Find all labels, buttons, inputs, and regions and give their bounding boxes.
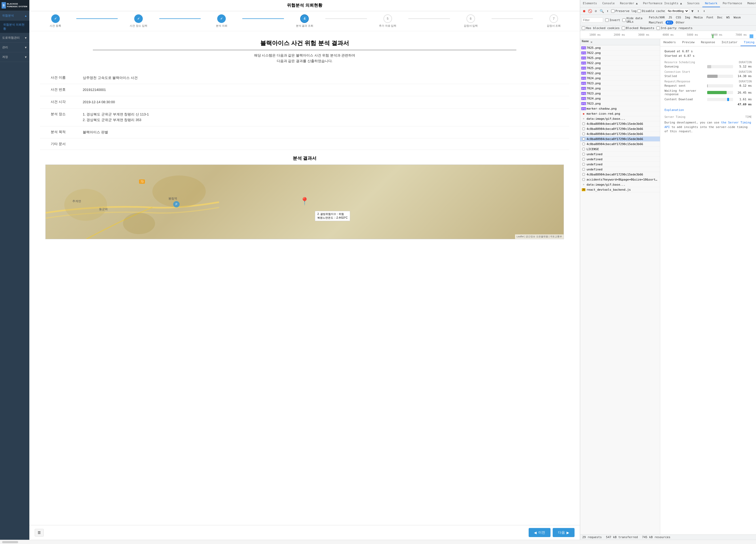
- item-checkbox-5[interactable]: [582, 143, 585, 145]
- tab-recorder[interactable]: Recorder ▲: [617, 0, 640, 7]
- step-7[interactable]: 7 감정서 조회: [533, 14, 575, 28]
- invert-input[interactable]: [605, 18, 609, 22]
- item-checkbox-2[interactable]: [582, 128, 585, 130]
- record-btn[interactable]: ⏺: [582, 9, 587, 13]
- filter-toggle-btn[interactable]: ⊘: [593, 9, 598, 13]
- disable-cache-checkbox[interactable]: Disable cache: [638, 9, 665, 13]
- step-4[interactable]: 4 분석 결과 조회: [284, 14, 326, 28]
- item-checkbox-4[interactable]: [582, 138, 585, 140]
- network-item-7025-1[interactable]: png 7025.png: [580, 45, 660, 50]
- network-item-hash-5[interactable]: 4c8ba88984cbeca0f17290c15ede3b66: [580, 142, 660, 147]
- tab-perf-insights[interactable]: Performance Insights ▲: [640, 0, 685, 7]
- step-2[interactable]: ✓ 사건 장소 입력: [118, 14, 159, 28]
- sidebar-item-threat-request[interactable]: 위협분석 의뢰현황: [0, 21, 29, 33]
- hide-data-urls-checkbox[interactable]: Hide data URLs: [622, 17, 646, 23]
- explanation-link[interactable]: Explanation: [664, 108, 752, 112]
- item-checkbox-u2[interactable]: [582, 158, 585, 161]
- scrollbar-thumb[interactable]: [2, 541, 18, 543]
- tab-sources[interactable]: Sources: [684, 0, 702, 7]
- third-party-checkbox[interactable]: 3rd-party requests: [656, 26, 692, 30]
- prev-button[interactable]: ◀ 이전: [529, 528, 551, 537]
- network-item-hash-1[interactable]: 4c8ba88984cbeca0f17290c15ede3b66: [580, 121, 660, 126]
- blocked-cookies-checkbox[interactable]: Has blocked cookies: [582, 26, 620, 30]
- hide-data-urls-input[interactable]: [622, 18, 626, 22]
- network-item-hash-4-selected[interactable]: 4c8ba88984cbeca0f17290c15ede3b66: [580, 137, 660, 142]
- sidebar-item-road-risk[interactable]: 도로위험관리 ▼: [0, 33, 29, 43]
- import-export-btn[interactable]: ⬆: [605, 9, 610, 13]
- filter-tag-font[interactable]: Font: [705, 15, 715, 19]
- filter-tag-wasm[interactable]: Wasm: [732, 15, 742, 19]
- network-item-data-gif-1[interactable]: ≡ data:image/gif;base...: [580, 116, 660, 121]
- network-item-undefined-2[interactable]: undefined: [580, 157, 660, 162]
- throttle-settings-btn[interactable]: ▼: [690, 9, 695, 13]
- filter-tag-img[interactable]: Img: [683, 15, 691, 19]
- tab-headers[interactable]: Headers: [660, 39, 679, 46]
- tab-memory[interactable]: Memory: [745, 0, 756, 7]
- filter-tag-doc[interactable]: Doc: [716, 15, 724, 19]
- item-checkbox-u1[interactable]: [582, 153, 585, 156]
- clear-btn[interactable]: 🚫: [588, 9, 592, 13]
- network-item-undefined-1[interactable]: undefined: [580, 152, 660, 157]
- filter-tag-manifest[interactable]: Manifest: [648, 21, 664, 25]
- filter-tag-css[interactable]: CSS: [674, 15, 682, 19]
- tab-performance[interactable]: Performance: [720, 0, 745, 7]
- download-btn[interactable]: ⬇: [702, 9, 707, 13]
- third-party-input[interactable]: [656, 26, 660, 30]
- network-item-accidents[interactable]: accidents?keyword=8&page=0&size=10&sort=…: [580, 177, 660, 182]
- filter-tag-js[interactable]: JS: [667, 15, 673, 19]
- blocked-requests-input[interactable]: [622, 26, 625, 30]
- network-item-7024-1[interactable]: png 7024.png: [580, 76, 660, 81]
- network-item-7025-3[interactable]: png 7025.png: [580, 66, 660, 71]
- menu-button[interactable]: ☰: [35, 529, 44, 537]
- upload-btn[interactable]: ⬆: [696, 9, 701, 13]
- bottom-scrollbar[interactable]: [0, 540, 756, 544]
- network-item-7024-2[interactable]: png 7024.png: [580, 86, 660, 91]
- network-item-undefined-4[interactable]: undefined: [580, 167, 660, 172]
- sidebar-item-manage[interactable]: 관리 ▼: [0, 43, 29, 52]
- item-checkbox-acc[interactable]: [582, 178, 585, 181]
- item-checkbox-u3[interactable]: [582, 163, 585, 166]
- network-item-7022-3[interactable]: png 7022.png: [580, 71, 660, 76]
- next-button[interactable]: 다음 ▶: [553, 528, 575, 537]
- step-6[interactable]: 6 감정서 입력: [450, 14, 492, 28]
- tab-console[interactable]: Console: [600, 0, 617, 7]
- filter-tag-other[interactable]: Other: [674, 21, 686, 25]
- network-item-7022-2[interactable]: png 7022.png: [580, 61, 660, 66]
- network-item-7023-1[interactable]: png 7023.png: [580, 81, 660, 86]
- preserve-log-input[interactable]: [611, 9, 615, 13]
- item-checkbox-6[interactable]: [582, 173, 585, 176]
- network-item-hash-6[interactable]: 4c8ba88984cbeca0f17290c15ede3b66: [580, 172, 660, 177]
- step-5[interactable]: 5 추가 자료 입력: [367, 14, 409, 28]
- tab-preview[interactable]: Preview: [679, 39, 698, 46]
- disable-cache-input[interactable]: [638, 9, 641, 13]
- step-1[interactable]: ✓ 사건 등록: [35, 14, 76, 28]
- network-item-marker-red[interactable]: ● marker-icon-red.png: [580, 111, 660, 116]
- item-checkbox-3[interactable]: [582, 133, 585, 135]
- network-item-data-gif-2[interactable]: ≡ data:image/gif;base...: [580, 182, 660, 187]
- network-item-hash-2[interactable]: 4c8ba88984cbeca0f17290c15ede3b66: [580, 126, 660, 132]
- filter-tag-ws[interactable]: WS: [725, 15, 731, 19]
- network-item-undefined-3[interactable]: undefined: [580, 162, 660, 167]
- step-3[interactable]: ✓ 분석 의뢰: [201, 14, 242, 28]
- network-item-7022-1[interactable]: png 7022.png: [580, 50, 660, 56]
- map-container[interactable]: 동군위 봉림역 추계면 73 P 📍 2. 결빙위험지수 : 위험: [45, 165, 564, 239]
- filter-input[interactable]: [582, 18, 603, 22]
- network-item-7024-3[interactable]: png 7024.png: [580, 96, 660, 101]
- item-checkbox-u4[interactable]: [582, 168, 585, 171]
- network-item-7023-2[interactable]: png 7023.png: [580, 91, 660, 96]
- filter-tag-fetch-xhr[interactable]: Fetch/XHR: [648, 15, 666, 19]
- tab-elements[interactable]: Elements: [580, 0, 600, 7]
- network-item-marker-shadow[interactable]: png marker-shadow.png: [580, 106, 660, 111]
- sidebar-item-account[interactable]: 계정 ▼: [0, 52, 29, 62]
- tab-timing[interactable]: Timing: [741, 39, 756, 46]
- network-item-license[interactable]: LICENSE: [580, 147, 660, 152]
- tab-network[interactable]: Network: [702, 0, 720, 7]
- network-item-7025-2[interactable]: png 7025.png: [580, 56, 660, 61]
- filter-tag-all[interactable]: All: [666, 21, 674, 25]
- filter-tag-media[interactable]: Media: [692, 15, 704, 19]
- item-checkbox-license[interactable]: [582, 148, 585, 150]
- invert-checkbox[interactable]: Invert: [605, 18, 620, 22]
- network-item-react-devtools[interactable]: JS react_devtools_backend.js: [580, 187, 660, 192]
- tab-initiator[interactable]: Initiator: [718, 39, 741, 46]
- network-item-hash-3[interactable]: 4c8ba88984cbeca0f17290c15ede3b66: [580, 132, 660, 137]
